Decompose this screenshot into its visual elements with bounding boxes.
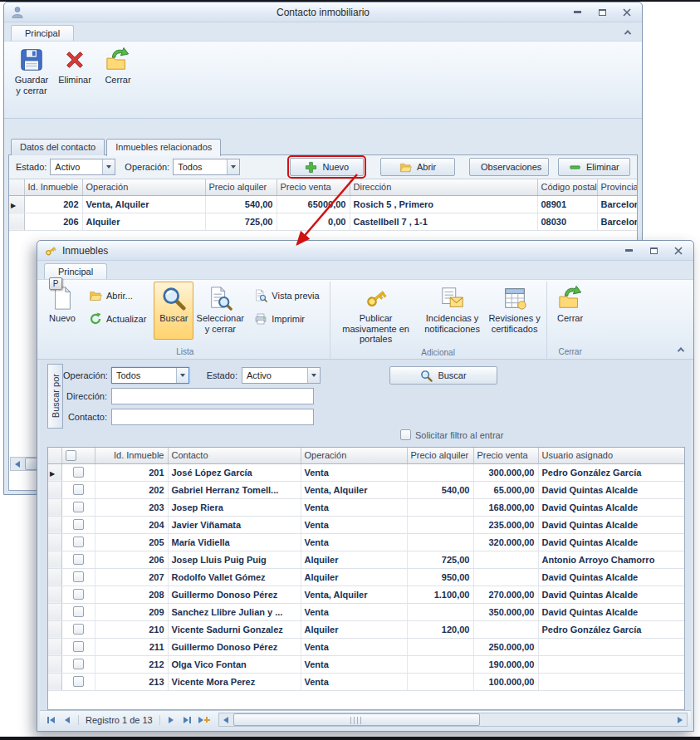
column-header[interactable]: Contacto	[168, 448, 301, 463]
row-checkbox[interactable]	[73, 519, 84, 530]
scroll-left-button[interactable]	[219, 713, 233, 726]
table-row[interactable]: 212Olga Vico FontanVenta190.000,00	[48, 655, 684, 673]
observaciones-button[interactable]: Observaciones	[469, 158, 549, 176]
minimize-button[interactable]	[569, 7, 585, 18]
row-checkbox[interactable]	[73, 467, 84, 478]
column-header[interactable]: Id. Inmueble	[24, 179, 82, 195]
header-checkbox[interactable]	[66, 450, 76, 461]
revisiones-button[interactable]: Revisiones y certificados	[486, 282, 544, 340]
back-titlebar[interactable]: Contacto inmobiliario	[4, 2, 642, 22]
row-checkbox[interactable]	[73, 624, 84, 635]
tab-datos-del-contacto[interactable]: Datos del contacto	[11, 139, 105, 155]
row-checkbox[interactable]	[73, 589, 84, 600]
scroll-right-button[interactable]	[673, 713, 687, 726]
tab-inmuebles-relacionados[interactable]: Inmuebles relacionados	[106, 139, 221, 156]
table-row[interactable]: 206Josep Lluis Puig PuigAlquiler725,00An…	[48, 551, 684, 568]
close-button[interactable]	[670, 245, 687, 257]
column-header[interactable]: Provincia	[597, 179, 637, 195]
actualizar-button[interactable]: Actualizar	[85, 311, 150, 327]
cerrar-button[interactable]: Cerrar	[550, 282, 591, 340]
row-checkbox[interactable]	[73, 537, 84, 547]
column-header[interactable]: Precio alquiler	[205, 179, 277, 195]
column-header[interactable]: Id. Inmueble	[95, 448, 168, 463]
row-checkbox[interactable]	[73, 502, 84, 512]
column-header[interactable]: Código postal	[537, 179, 597, 195]
column-header[interactable]: Precio alquiler	[407, 448, 473, 463]
row-checkbox[interactable]	[73, 641, 84, 652]
publicar-masivamente-button[interactable]: Publicar masivamente en portales	[333, 282, 419, 347]
solicitar-filtro-checkbox[interactable]	[400, 429, 411, 440]
table-row[interactable]: 206Alquiler725,000,00Castellbell 7 , 1-1…	[9, 213, 637, 230]
row-checkbox[interactable]	[73, 606, 84, 617]
estado-combo[interactable]: Activo	[242, 367, 321, 384]
imprimir-button[interactable]: Imprimir	[250, 311, 323, 327]
horizontal-scrollbar[interactable]	[218, 713, 688, 727]
column-header[interactable]: Dirección	[350, 179, 537, 195]
row-checkbox[interactable]	[73, 676, 84, 687]
ribbon-collapse-button[interactable]	[620, 26, 635, 38]
close-ribbon-button[interactable]: Cerrar	[96, 43, 140, 101]
select-all-checkbox-header[interactable]	[61, 448, 95, 463]
seleccionar-y-cerrar-button[interactable]: Seleccionar y cerrar	[193, 282, 247, 340]
delete-x-icon	[62, 47, 87, 72]
table-row[interactable]: 204Javier ViñamataVenta235.000,00David Q…	[48, 516, 684, 533]
contacto-input[interactable]	[111, 409, 314, 425]
column-header[interactable]: Precio venta	[473, 448, 538, 463]
abrir-button[interactable]: Abrir	[380, 158, 454, 176]
front-titlebar[interactable]: Inmuebles	[37, 241, 693, 261]
row-checkbox[interactable]	[73, 571, 84, 582]
plus-icon	[305, 161, 317, 174]
dropdown-button[interactable]	[307, 368, 320, 383]
minimize-button[interactable]	[620, 245, 637, 257]
column-header[interactable]: Precio venta	[277, 179, 350, 195]
row-checkbox[interactable]	[73, 484, 84, 495]
column-header[interactable]: Operación	[301, 448, 407, 463]
delete-button[interactable]: Eliminar	[53, 43, 96, 101]
column-header[interactable]: Usuario asignado	[538, 448, 684, 463]
table-row[interactable]: 209Sanchez Llibre Julian y ...Venta350.0…	[48, 603, 684, 620]
abrir-button[interactable]: Abrir...	[85, 287, 150, 304]
table-row[interactable]: 202Gabriel Herranz Tomell...Venta, Alqui…	[48, 481, 684, 498]
row-checkbox[interactable]	[73, 659, 84, 669]
table-row[interactable]: 213Vicente Mora PerezVenta100.000,00	[48, 673, 684, 690]
buscar-por-vertical-tab[interactable]: Buscar por	[47, 364, 63, 429]
save-and-close-button[interactable]: Guardar y cerrar	[10, 43, 53, 101]
table-row[interactable]: 205María VidiellaVenta320.000,00David Qu…	[48, 533, 684, 551]
nav-new-record-button[interactable]	[197, 713, 212, 727]
scrollbar-track[interactable]	[233, 713, 673, 726]
table-row[interactable]: ▶202Venta, Alquiler540,0065000,00Rosich …	[9, 195, 637, 213]
buscar-button[interactable]: Buscar	[154, 282, 193, 340]
operacion-combo[interactable]: Todos	[173, 159, 240, 175]
scrollbar-thumb[interactable]	[233, 713, 481, 726]
scroll-left-button[interactable]	[11, 458, 24, 470]
table-row[interactable]: 211Guillermo Donoso PérezVenta250.000,00	[48, 638, 684, 655]
ribbon-collapse-button[interactable]	[673, 343, 688, 355]
buscar-search-button[interactable]: Buscar	[389, 366, 497, 385]
tab-principal[interactable]: Principal	[11, 25, 74, 41]
vista-previa-button[interactable]: Vista previa	[250, 287, 323, 304]
nav-first-button[interactable]	[43, 713, 58, 727]
table-row[interactable]: ▶201José López GarcíaVenta300.000,00Pedr…	[48, 463, 684, 481]
operacion-combo[interactable]: Todos	[111, 367, 189, 384]
nav-last-button[interactable]	[180, 713, 195, 727]
estado-combo[interactable]: Activo	[50, 159, 115, 175]
maximize-button[interactable]	[594, 7, 610, 18]
table-row[interactable]: 203Josep RieraVenta168.000,00David Quint…	[48, 498, 684, 516]
table-row[interactable]: 208Guillermo Donoso PérezVenta, Alquiler…	[48, 586, 684, 603]
dropdown-button[interactable]	[176, 368, 188, 383]
eliminar-button[interactable]: Eliminar	[558, 158, 630, 176]
row-checkbox[interactable]	[73, 554, 84, 565]
close-button[interactable]	[619, 7, 635, 18]
column-header[interactable]: Operación	[82, 179, 205, 195]
maximize-button[interactable]	[645, 245, 662, 257]
dropdown-button[interactable]	[102, 159, 115, 174]
direccion-input[interactable]	[111, 388, 314, 404]
nav-next-button[interactable]	[164, 713, 179, 727]
table-row[interactable]: 207Rodolfo Vallet GómezAlquiler950,00Dav…	[48, 568, 684, 586]
incidencias-button[interactable]: Incidencias y notificaciones	[419, 282, 486, 340]
dropdown-button[interactable]	[227, 159, 239, 174]
table-row[interactable]: 210Vicente Sadurni GonzalezAlquiler120,0…	[48, 620, 684, 638]
nuevo-button[interactable]: Nuevo	[43, 282, 81, 340]
nav-prev-button[interactable]	[60, 713, 75, 727]
nuevo-button[interactable]: Nuevo	[290, 158, 364, 176]
